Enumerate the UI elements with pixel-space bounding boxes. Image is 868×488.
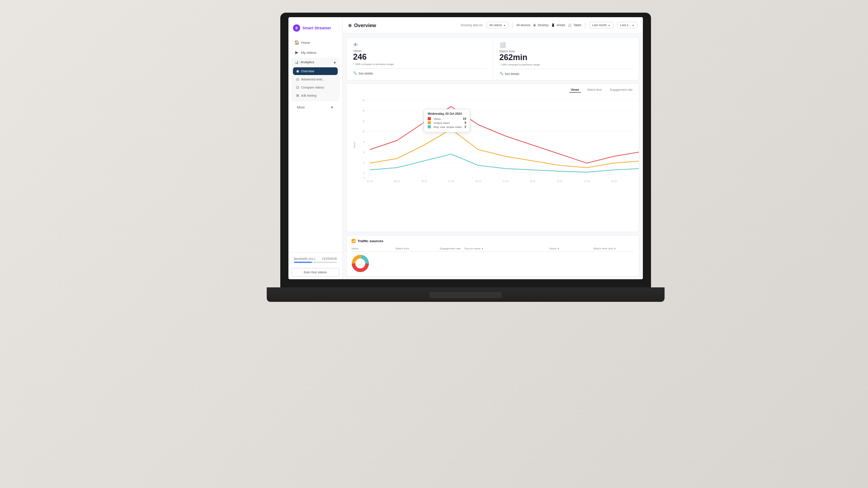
views-label: Views	[353, 49, 362, 52]
chart-tabs: Views Watch time Engagement rate	[351, 87, 634, 93]
watch-time-value: 262min	[500, 53, 528, 62]
sidebar-bottom: Bandwidth (mo.) 210/500GB Earn free vide…	[288, 252, 342, 279]
svg-text:05.10: 05.10	[421, 180, 427, 183]
logo-icon: 8	[293, 24, 300, 32]
tooltip-unique-value: 9	[464, 121, 466, 124]
home-icon: 🏠	[294, 40, 299, 45]
chevron-up-icon: ▲	[333, 61, 336, 64]
chart-tooltip: Wednesday, 03 Oct 2024 Views 18 Unique v…	[424, 109, 470, 132]
laptop-screen: 8 Smart Streamer 🏠 Home ▶ My videos	[288, 17, 643, 279]
svg-text:17.10: 17.10	[584, 180, 590, 183]
compare-icon: ⊡	[296, 85, 299, 89]
analytics-icon: 📊	[294, 60, 299, 64]
filter-separator-2	[585, 22, 585, 28]
play-icon: ▶	[294, 50, 299, 55]
col-watch-ms[interactable]: Watch time (ms) ⬍	[594, 247, 634, 250]
sidebar-item-home[interactable]: 🏠 Home	[291, 38, 340, 47]
desktop-icon: 🖥	[533, 23, 536, 27]
filter-mobile[interactable]: 📱 Mobile	[551, 23, 565, 27]
time2-chevron-icon: ▼	[632, 24, 634, 27]
sort-icon-3: ⬍	[614, 247, 616, 250]
sidebar-item-more[interactable]: More ▼	[291, 103, 340, 112]
page-title: ◉ Overview	[348, 23, 376, 28]
app-name: Smart Streamer	[302, 26, 331, 30]
traffic-icon: 📶	[351, 239, 356, 243]
filter-tablet[interactable]: ⬜ Tablet	[568, 23, 581, 27]
chart-svg-container: Views 16	[351, 95, 634, 186]
svg-text:01.10: 01.10	[367, 180, 373, 183]
svg-text:13.10: 13.10	[530, 180, 536, 183]
tooltip-views-label: Views	[434, 117, 460, 120]
svg-text:4: 4	[363, 161, 365, 164]
sidebar: 8 Smart Streamer 🏠 Home ▶ My videos	[288, 17, 343, 279]
tooltip-views-value: 18	[463, 117, 466, 120]
chart-tab-engagement[interactable]: Engagement rate	[608, 87, 634, 93]
tooltip-row-unique: Unique views 9	[428, 121, 466, 124]
col-views[interactable]: Views	[351, 247, 392, 250]
watch-time-see-details[interactable]: 🔍 See details	[500, 69, 633, 75]
tooltip-row-reg: Reg. user unique views 3	[428, 125, 466, 128]
laptop-container: 8 Smart Streamer 🏠 Home ▶ My videos	[280, 13, 651, 302]
earn-free-videos-button[interactable]: Earn free videos	[291, 268, 340, 277]
sidebar-item-ab-testing[interactable]: ⊞ A/B testing	[293, 92, 338, 99]
traffic-sources-title: 📶 Traffic sources	[351, 239, 634, 243]
sidebar-nav: 🏠 Home ▶ My videos	[288, 38, 342, 57]
svg-text:6: 6	[363, 151, 365, 154]
sidebar-item-my-videos[interactable]: ▶ My videos	[291, 48, 340, 57]
app-logo: 8 Smart Streamer	[288, 21, 342, 35]
analytics-children: ◉ Overview ◎ Advanced anal... ⊡ Compare …	[291, 66, 340, 101]
col-views-2[interactable]: Views ⬍	[549, 247, 590, 250]
views-compare: ↑ 16% compare to previous range	[353, 63, 394, 66]
chart-tab-watch-time[interactable]: Watch time	[585, 87, 604, 93]
sidebar-item-advanced[interactable]: ◎ Advanced anal...	[293, 75, 338, 83]
analytics-header[interactable]: 📊 Analytics ▲	[291, 58, 340, 66]
compare-label: Compare videos	[301, 86, 324, 89]
traffic-pie-chart	[351, 254, 369, 272]
filter-all-devices[interactable]: All devices	[516, 23, 530, 27]
magnify-icon: 🔍	[353, 71, 357, 75]
filter-time-range[interactable]: Last month ▼	[589, 22, 613, 28]
stat-icon-row-views: 👁	[353, 42, 358, 47]
watch-time-icon: ⬜	[500, 42, 506, 48]
magnify-icon-2: 🔍	[500, 72, 504, 75]
bandwidth-label: Bandwidth (mo.) 210/500GB	[294, 257, 337, 260]
analytics-label: Analytics	[301, 60, 314, 64]
bandwidth-value: 210/500GB	[322, 257, 337, 260]
stat-card-views: 👁 Views 246 ↑ 16% compare to previous ra…	[347, 38, 493, 80]
traffic-sources-section: 📶 Traffic sources Views Watch time Engag…	[346, 235, 639, 277]
col-watch-time[interactable]: Watch time	[396, 247, 436, 250]
tooltip-reg-label: Reg. user unique views	[434, 126, 462, 128]
views-value: 246	[353, 52, 367, 62]
laptop-trackpad	[429, 292, 502, 298]
col-source-name[interactable]: Source name ⬍	[464, 247, 546, 250]
tooltip-row-views: Views 18	[428, 117, 466, 120]
tooltip-dot-views	[428, 117, 431, 120]
filter-time-range-2[interactable]: Last 2... ▼	[617, 22, 637, 28]
device-filters: All devices 🖥 Desktop 📱 Mobile	[516, 23, 581, 27]
tablet-icon: ⬜	[568, 23, 572, 27]
filter-desktop[interactable]: 🖥 Desktop	[533, 23, 548, 27]
svg-text:19.10: 19.10	[611, 180, 617, 183]
svg-text:07.10: 07.10	[448, 180, 454, 183]
traffic-table-header: Views Watch time Engagement rate Source …	[351, 246, 634, 252]
col-engagement[interactable]: Engagement rate	[440, 247, 461, 250]
stat-icon-row-watch: ⬜	[500, 42, 506, 48]
views-see-details[interactable]: 🔍 See details	[353, 68, 486, 75]
svg-text:16: 16	[362, 99, 365, 102]
tooltip-dot-reg	[428, 125, 431, 128]
bandwidth-bar-bg	[294, 262, 337, 263]
ab-label: A/B testing	[301, 94, 316, 97]
chart-tab-views[interactable]: Views	[569, 87, 581, 93]
stat-card-watch-time: ⬜ Watch time 262min ↑ 10% compare to pre…	[493, 38, 639, 80]
chart-svg: 16 14 12 10 8 6 4 2 0	[359, 95, 639, 183]
sidebar-item-overview[interactable]: ◉ Overview	[293, 67, 338, 75]
views-icon: 👁	[353, 42, 358, 47]
laptop-bezel: 8 Smart Streamer 🏠 Home ▶ My videos	[280, 13, 651, 288]
sidebar-item-compare[interactable]: ⊡ Compare videos	[293, 84, 338, 91]
stats-row: 👁 Views 246 ↑ 16% compare to previous ra…	[346, 37, 639, 80]
svg-text:0: 0	[363, 177, 365, 179]
filter-all-videos[interactable]: All videos ▼	[486, 22, 509, 28]
svg-text:11.10: 11.10	[503, 180, 509, 183]
sort-icon: ⬍	[481, 247, 483, 250]
advanced-label: Advanced anal...	[301, 78, 325, 81]
